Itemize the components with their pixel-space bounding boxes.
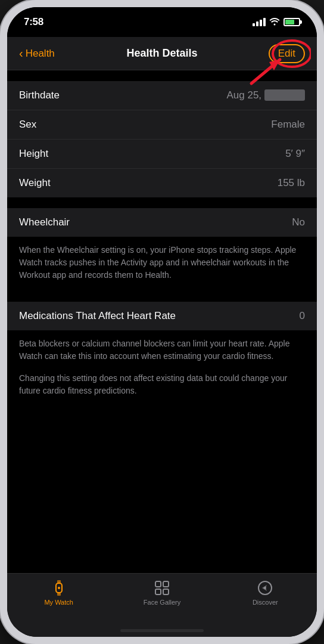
watch-icon bbox=[51, 580, 67, 596]
birthdate-row[interactable]: Birthdate Aug 25, ████ bbox=[7, 81, 317, 110]
height-row[interactable]: Height 5′ 9″ bbox=[7, 140, 317, 169]
tab-discover-label: Discover bbox=[253, 599, 278, 606]
notch bbox=[120, 14, 204, 30]
back-button[interactable]: ‹ Health bbox=[19, 47, 55, 60]
content-area: Birthdate Aug 25, ████ Sex Female Height… bbox=[7, 70, 317, 573]
wheelchair-row[interactable]: Wheelchair No bbox=[7, 208, 317, 237]
back-label: Health bbox=[26, 48, 55, 60]
sex-value: Female bbox=[271, 119, 305, 131]
medications-label: Medications That Affect Heart Rate bbox=[19, 310, 300, 322]
weight-label: Weight bbox=[19, 177, 51, 189]
chevron-left-icon: ‹ bbox=[19, 47, 23, 60]
wheelchair-section: Wheelchair No bbox=[7, 208, 317, 237]
birthdate-value: Aug 25, ████ bbox=[226, 89, 305, 101]
wheelchair-label: Wheelchair bbox=[19, 216, 70, 228]
svg-point-6 bbox=[58, 587, 60, 589]
screen: 7:58 bbox=[7, 7, 317, 637]
weight-row[interactable]: Weight 155 lb bbox=[7, 169, 317, 197]
medications-value: 0 bbox=[300, 310, 305, 322]
svg-point-13 bbox=[264, 587, 266, 589]
health-details-section: Birthdate Aug 25, ████ Sex Female Height… bbox=[7, 81, 317, 197]
medications-row[interactable]: Medications That Affect Heart Rate 0 bbox=[7, 302, 317, 330]
birthdate-label: Birthdate bbox=[19, 89, 60, 101]
home-indicator-bar bbox=[7, 626, 317, 637]
sex-row[interactable]: Sex Female bbox=[7, 110, 317, 140]
discover-icon bbox=[257, 580, 273, 596]
page-title: Health Details bbox=[126, 47, 197, 60]
medications-section: Medications That Affect Heart Rate 0 bbox=[7, 302, 317, 330]
face-gallery-icon bbox=[154, 580, 170, 596]
medications-description-1: Beta blockers or calcium channel blocker… bbox=[7, 330, 317, 372]
sex-label: Sex bbox=[19, 119, 36, 131]
tab-bar: My Watch Face Gallery bbox=[7, 573, 317, 626]
tab-discover[interactable]: Discover bbox=[214, 580, 317, 606]
wheelchair-value: No bbox=[292, 216, 305, 228]
svg-rect-5 bbox=[57, 593, 61, 596]
svg-rect-9 bbox=[155, 589, 161, 595]
svg-rect-4 bbox=[57, 580, 61, 583]
weight-value: 155 lb bbox=[278, 177, 305, 189]
wifi-icon bbox=[269, 17, 280, 27]
battery-icon bbox=[284, 18, 300, 26]
status-time: 7:58 bbox=[24, 16, 43, 28]
phone-inner: 7:58 bbox=[7, 7, 317, 637]
svg-rect-10 bbox=[163, 589, 169, 595]
home-indicator bbox=[120, 629, 204, 632]
signal-icon bbox=[253, 18, 266, 26]
nav-bar: ‹ Health Health Details Edit bbox=[7, 37, 317, 70]
tab-my-watch-label: My Watch bbox=[44, 599, 73, 606]
wheelchair-description: When the Wheelchair setting is on, your … bbox=[7, 237, 317, 291]
tab-face-gallery[interactable]: Face Gallery bbox=[110, 580, 213, 606]
tab-my-watch[interactable]: My Watch bbox=[7, 580, 110, 606]
phone-frame: 7:58 bbox=[0, 0, 324, 644]
svg-rect-8 bbox=[163, 581, 169, 587]
height-value: 5′ 9″ bbox=[285, 148, 305, 160]
svg-rect-7 bbox=[155, 581, 161, 587]
edit-button[interactable]: Edit bbox=[269, 44, 305, 63]
status-icons bbox=[253, 17, 300, 27]
medications-description-2: Changing this setting does not affect ex… bbox=[7, 372, 317, 407]
height-label: Height bbox=[19, 148, 48, 160]
tab-face-gallery-label: Face Gallery bbox=[144, 599, 180, 606]
